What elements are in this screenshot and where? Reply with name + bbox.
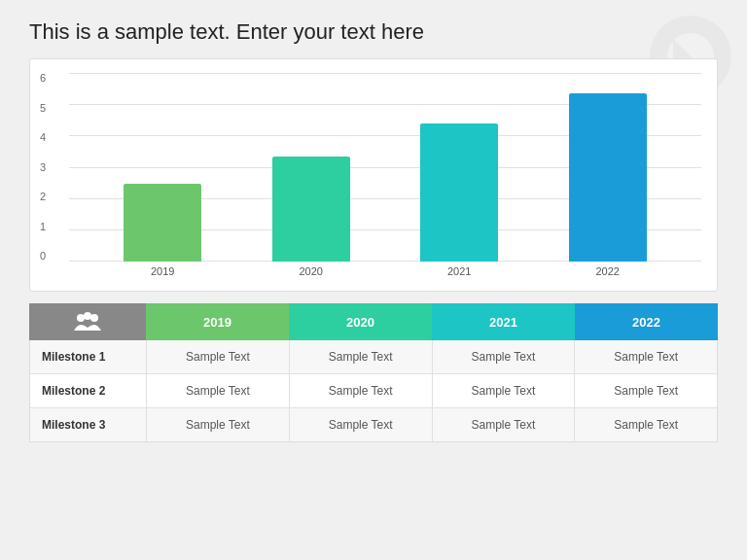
bar-group (385, 123, 534, 262)
table-cell: Sample Text (575, 340, 717, 373)
y-axis-label: 2 (40, 192, 46, 202)
chart-container: 0123456 2019202020212022 (29, 58, 718, 292)
table-header-year: 2022 (575, 303, 718, 340)
table-header-icon (29, 303, 146, 340)
chart-bar (124, 184, 201, 262)
svg-point-2 (77, 314, 85, 322)
table-cell: Sample Text (290, 408, 433, 441)
table-cell: Sample Text (290, 374, 433, 407)
table-cell: Sample Text (575, 408, 717, 441)
milestone-label: Milestone 2 (30, 374, 147, 407)
table-cell: Sample Text (147, 374, 290, 407)
x-axis: 2019202020212022 (69, 262, 701, 281)
bars-area (69, 73, 701, 262)
y-axis-label: 1 (40, 222, 46, 232)
y-axis-label: 5 (40, 103, 46, 114)
table-header-row: 2019202020212022 (29, 303, 718, 340)
bar-group (534, 93, 683, 262)
table-cell: Sample Text (575, 374, 717, 407)
y-axis-label: 4 (40, 132, 46, 143)
milestone-label: Milestone 3 (30, 408, 147, 441)
bar-group (237, 157, 386, 262)
table-row: Milestone 2Sample TextSample TextSample … (30, 374, 717, 408)
chart-inner: 0123456 2019202020212022 (69, 73, 701, 281)
table-cell: Sample Text (433, 408, 576, 441)
y-axis: 0123456 (40, 73, 46, 262)
y-axis-label: 0 (40, 251, 46, 262)
svg-point-4 (90, 314, 98, 322)
table-header-year: 2021 (432, 303, 575, 340)
chart-bar (272, 157, 350, 262)
table-cell: Sample Text (147, 408, 290, 441)
page-title: This is a sample text. Enter your text h… (29, 19, 718, 45)
table-header-year: 2020 (289, 303, 432, 340)
table-cell: Sample Text (433, 374, 576, 407)
table-row: Milestone 3Sample TextSample TextSample … (30, 408, 717, 441)
table-header-year: 2019 (146, 303, 289, 340)
table-cell: Sample Text (290, 340, 433, 373)
svg-point-3 (84, 312, 91, 320)
bar-group (89, 184, 237, 262)
table-body: Milestone 1Sample TextSample TextSample … (29, 340, 718, 442)
table-row: Milestone 1Sample TextSample TextSample … (30, 340, 717, 374)
chart-bar (420, 123, 498, 262)
x-axis-label: 2022 (534, 265, 683, 277)
table-cell: Sample Text (433, 340, 576, 373)
milestone-table: 2019202020212022 Milestone 1Sample TextS… (29, 303, 718, 442)
x-axis-label: 2020 (237, 265, 386, 277)
x-axis-label: 2019 (89, 265, 237, 277)
y-axis-label: 6 (40, 73, 46, 84)
x-axis-label: 2021 (385, 265, 534, 277)
y-axis-label: 3 (40, 162, 46, 173)
milestone-label: Milestone 1 (30, 340, 147, 373)
chart-bar (569, 93, 647, 262)
page-container: This is a sample text. Enter your text h… (0, 0, 747, 560)
table-cell: Sample Text (147, 340, 290, 373)
